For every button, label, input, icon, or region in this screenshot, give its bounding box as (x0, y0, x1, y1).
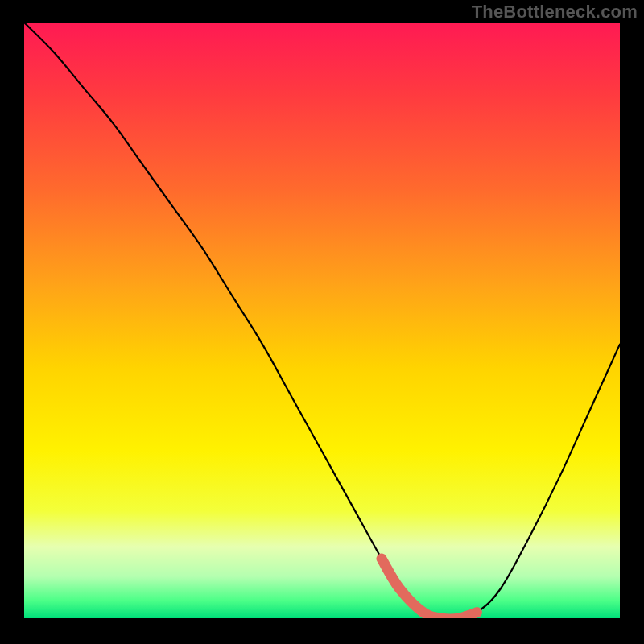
chart-frame: TheBottleneck.com (0, 0, 644, 644)
chart-svg (24, 23, 620, 618)
watermark-text: TheBottleneck.com (472, 2, 638, 23)
plot-area (24, 23, 620, 618)
gradient-background (24, 23, 620, 618)
